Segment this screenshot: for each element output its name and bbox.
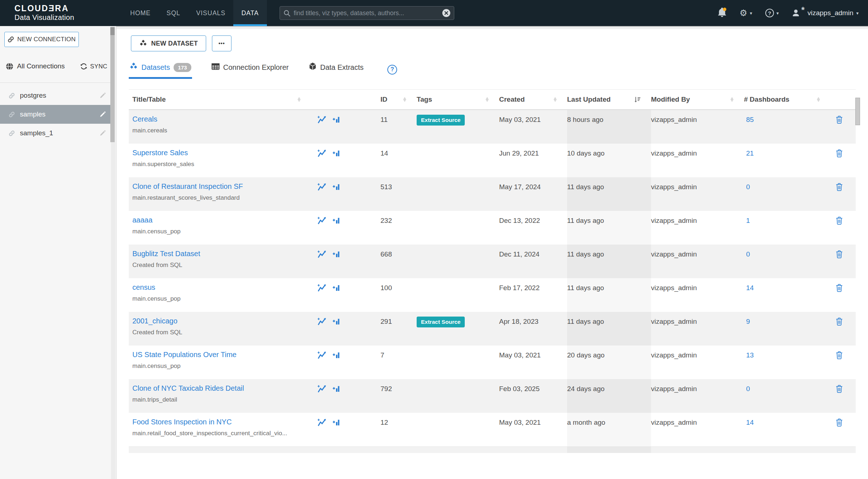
help-menu[interactable]: ? ▾ xyxy=(765,9,779,17)
dataset-title-link[interactable]: census xyxy=(132,283,155,292)
global-search[interactable] xyxy=(280,6,454,20)
nav-tab-data[interactable]: DATA xyxy=(233,0,267,26)
sort-icon[interactable] xyxy=(485,97,489,102)
new-visual-icon[interactable] xyxy=(317,317,327,327)
search-input[interactable] xyxy=(294,9,442,17)
dataset-title-link[interactable]: Cereals xyxy=(132,115,157,123)
sidebar-item-postgres[interactable]: postgres xyxy=(0,86,111,105)
tab-data-extracts[interactable]: Data Extracts xyxy=(308,60,364,79)
new-dashboard-icon[interactable] xyxy=(331,149,340,158)
new-visual-icon[interactable] xyxy=(317,351,327,360)
new-dashboard-icon[interactable] xyxy=(331,351,340,360)
tab-label: Datasets xyxy=(141,63,170,72)
nav-tab-visuals[interactable]: VISUALS xyxy=(188,0,234,26)
sync-label: SYNC xyxy=(90,63,107,70)
sort-icon[interactable] xyxy=(730,97,734,102)
dashboards-count-link[interactable]: 0 xyxy=(744,177,834,211)
dataset-title-link[interactable]: Bugblitz Test Dataset xyxy=(132,250,200,258)
last-updated-cell: 11 days ago xyxy=(567,312,651,346)
sort-icon[interactable] xyxy=(403,97,407,102)
col-tags[interactable]: Tags xyxy=(417,90,499,109)
new-visual-icon[interactable] xyxy=(317,283,327,293)
col-created[interactable]: Created xyxy=(499,90,567,109)
new-visual-icon[interactable] xyxy=(317,216,327,226)
all-connections-item[interactable]: All Connections xyxy=(6,62,65,70)
new-visual-icon[interactable] xyxy=(317,182,327,192)
delete-trash-icon[interactable] xyxy=(835,351,843,359)
dataset-title-link[interactable]: Superstore Sales xyxy=(132,149,188,157)
new-dashboard-icon[interactable] xyxy=(331,283,340,292)
dataset-title-link[interactable]: Clone of NYC Taxicab Rides Detail xyxy=(132,384,244,393)
nav-tab-sql[interactable]: SQL xyxy=(159,0,188,26)
sidebar-item-samples_1[interactable]: samples_1 xyxy=(0,124,111,143)
more-actions-button[interactable]: ••• xyxy=(212,35,231,51)
settings-menu[interactable]: ⚙ ▾ xyxy=(740,9,752,17)
edit-pencil-icon[interactable] xyxy=(99,111,106,118)
new-visual-icon[interactable] xyxy=(317,115,327,125)
new-dashboard-icon[interactable] xyxy=(331,418,340,427)
clear-search-icon[interactable] xyxy=(442,9,450,17)
top-navbar: CLOUDƎRA Data Visualization HOME SQL VIS… xyxy=(0,0,868,26)
col-last-updated[interactable]: Last Updated xyxy=(567,90,651,109)
sort-icon[interactable] xyxy=(553,97,557,102)
delete-trash-icon[interactable] xyxy=(835,385,843,393)
title-cell: Food Stores Inspection in NYC main.retai… xyxy=(129,413,317,446)
new-visual-icon[interactable] xyxy=(317,384,327,394)
dashboards-count-link[interactable]: 14 xyxy=(744,278,834,312)
new-dashboard-icon[interactable] xyxy=(331,317,340,326)
dataset-title-link[interactable]: Food Stores Inspection in NYC xyxy=(132,418,232,426)
sidebar-item-samples[interactable]: samples xyxy=(0,105,111,124)
col-id[interactable]: ID xyxy=(380,90,417,109)
delete-trash-icon[interactable] xyxy=(835,250,843,258)
new-dashboard-icon[interactable] xyxy=(331,115,340,124)
delete-trash-icon[interactable] xyxy=(835,418,843,427)
notifications-bell-icon[interactable] xyxy=(718,8,727,19)
user-menu[interactable]: * vizapps_admin ▾ xyxy=(792,9,859,17)
dashboards-count-link[interactable]: 13 xyxy=(744,346,834,379)
delete-trash-icon[interactable] xyxy=(835,317,843,326)
col-title-table[interactable]: Title/Table xyxy=(129,90,317,109)
dashboards-count-link[interactable]: 0 xyxy=(744,379,834,413)
dashboards-count-link[interactable]: 85 xyxy=(744,110,834,144)
sidebar-scrollbar[interactable] xyxy=(111,26,115,479)
new-dashboard-icon[interactable] xyxy=(331,216,340,225)
nav-tab-home[interactable]: HOME xyxy=(122,0,159,26)
delete-trash-icon[interactable] xyxy=(835,284,843,292)
dataset-title-link[interactable]: 2001_chicago xyxy=(132,317,178,325)
new-dashboard-icon[interactable] xyxy=(331,250,340,259)
dashboards-count-link[interactable]: 14 xyxy=(744,413,834,446)
dashboards-count-link[interactable]: 21 xyxy=(744,144,834,177)
edit-pencil-icon[interactable] xyxy=(99,130,106,136)
sidebar-scrollbar-thumb[interactable] xyxy=(110,27,115,142)
delete-trash-icon[interactable] xyxy=(835,149,843,157)
new-dashboard-icon[interactable] xyxy=(331,384,340,393)
edit-pencil-icon[interactable] xyxy=(99,92,106,99)
dashboards-count-link[interactable]: 9 xyxy=(744,312,834,346)
new-dashboard-icon[interactable] xyxy=(331,182,340,191)
col-modified-by[interactable]: Modified By xyxy=(651,90,744,109)
tab-datasets[interactable]: Datasets 173 xyxy=(129,60,192,79)
dataset-title-link[interactable]: aaaaa xyxy=(132,216,153,224)
delete-trash-icon[interactable] xyxy=(835,183,843,191)
dashboards-count-link[interactable]: 1 xyxy=(744,211,834,245)
horizontal-scrollbar[interactable] xyxy=(116,26,868,29)
sort-descending-icon[interactable] xyxy=(634,96,641,103)
sync-button[interactable]: SYNC xyxy=(80,63,107,70)
delete-trash-icon[interactable] xyxy=(835,115,843,124)
new-dataset-button[interactable]: NEW DATASET xyxy=(131,35,206,51)
dataset-title-link[interactable]: Clone of Restaurant Inspection SF xyxy=(132,182,243,191)
table-scrollbar-thumb[interactable] xyxy=(855,98,860,125)
col-dashboards[interactable]: # Dashboards xyxy=(744,90,834,109)
new-visual-icon[interactable] xyxy=(317,149,327,158)
sort-icon[interactable] xyxy=(817,97,820,102)
sort-icon[interactable] xyxy=(297,97,301,102)
new-visual-icon[interactable] xyxy=(317,250,327,259)
row-actions xyxy=(317,144,380,177)
new-connection-button[interactable]: NEW CONNECTION xyxy=(4,32,79,47)
tab-connection-explorer[interactable]: Connection Explorer xyxy=(211,60,289,79)
tab-help-icon[interactable]: ? xyxy=(387,65,397,75)
dashboards-count-link[interactable]: 0 xyxy=(744,245,834,278)
dataset-title-link[interactable]: US State Populations Over Time xyxy=(132,351,237,359)
delete-trash-icon[interactable] xyxy=(835,216,843,225)
new-visual-icon[interactable] xyxy=(317,418,327,428)
